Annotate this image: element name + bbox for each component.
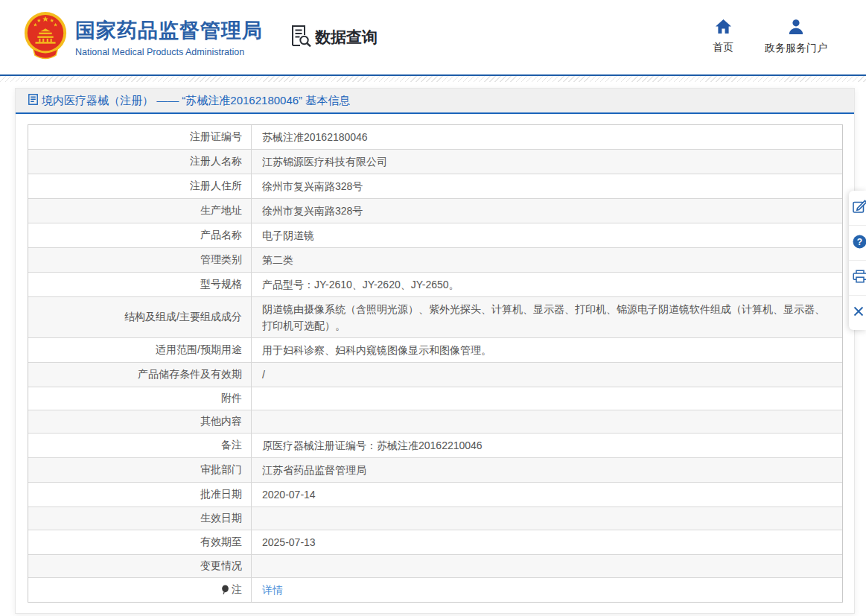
row-label: 变更情况 <box>28 555 252 577</box>
row-value <box>252 387 842 410</box>
agency-names: 国家药品监督管理局 National Medical Products Admi… <box>75 17 263 57</box>
table-row: 变更情况 <box>28 555 842 578</box>
print-button[interactable] <box>849 261 866 296</box>
row-value: 苏械注准20162180046 <box>252 125 842 149</box>
row-value: 阴道镜由摄像系统（含照明光源）、紫外光探头、计算机、显示器、打印机、锦源电子阴道… <box>252 297 842 337</box>
nav-home-label: 首页 <box>713 41 733 54</box>
registration-info-table: 注册证编号苏械注准20162180046注册人名称江苏锦源医疗科技有限公司注册人… <box>28 124 843 603</box>
help-icon: ? <box>849 235 866 252</box>
row-value: 徐州市复兴南路328号 <box>252 199 842 223</box>
table-row: 审批部门江苏省药品监督管理局 <box>28 458 842 483</box>
row-label: 生效日期 <box>28 507 252 530</box>
row-value: 江苏省药品监督管理局 <box>252 458 842 482</box>
table-row: 备注原医疗器械注册证编号：苏械注准20162210046 <box>28 434 842 458</box>
home-icon <box>716 19 731 36</box>
table-row: 注册人住所徐州市复兴南路328号 <box>28 174 842 199</box>
row-value: 产品型号：JY-2610、JY-2620、JY-2650。 <box>252 273 842 296</box>
row-value: 详情 <box>252 578 842 602</box>
table-row: 其他内容 <box>28 410 842 434</box>
row-label: 其他内容 <box>28 410 252 433</box>
page-title: 境内医疗器械（注册） —— “苏械注准20162180046” 基本信息 <box>42 94 350 108</box>
table-row: 注详情 <box>28 578 842 602</box>
row-label: 生产地址 <box>28 199 252 223</box>
nmpa-emblem-logo <box>22 10 69 64</box>
edit-icon <box>849 200 866 217</box>
data-query-module[interactable]: 数据查询 <box>291 25 378 50</box>
table-row: 产品名称电子阴道镜 <box>28 223 842 248</box>
row-label: 批准日期 <box>28 483 252 507</box>
row-label: 结构及组成/主要组成成分 <box>28 297 252 337</box>
row-value: 原医疗器械注册证编号：苏械注准20162210046 <box>252 434 842 457</box>
row-value <box>252 507 842 530</box>
row-value: 徐州市复兴南路328号 <box>252 174 842 198</box>
help-button[interactable]: ? <box>849 226 866 261</box>
table-row: 注册证编号苏械注准20162180046 <box>28 125 842 150</box>
row-label: 注册人名称 <box>28 150 252 174</box>
top-nav: 首页 政务服务门户 <box>713 19 866 55</box>
row-label: 产品储存条件及有效期 <box>28 363 252 387</box>
balloon-icon <box>221 585 229 595</box>
table-row: 适用范围/预期用途用于妇科诊察、妇科内窥镜图像显示和图像管理。 <box>28 338 842 363</box>
row-label: 型号规格 <box>28 273 252 296</box>
row-value: 第二类 <box>252 248 842 272</box>
close-button[interactable] <box>849 296 866 330</box>
table-row: 注册人名称江苏锦源医疗科技有限公司 <box>28 150 842 174</box>
table-row: 有效期至2025-07-13 <box>28 530 842 555</box>
site-header: 国家药品监督管理局 National Medical Products Admi… <box>0 0 866 74</box>
document-icon <box>28 94 38 108</box>
nav-portal[interactable]: 政务服务门户 <box>765 19 827 55</box>
close-icon <box>849 305 865 320</box>
row-label: 注册证编号 <box>28 125 252 149</box>
row-value <box>252 410 842 433</box>
nav-portal-label: 政务服务门户 <box>765 42 827 55</box>
row-value <box>252 555 842 577</box>
row-value: / <box>252 363 842 387</box>
agency-name-en: National Medical Products Administration <box>75 47 263 57</box>
content-container: 境内医疗器械（注册） —— “苏械注准20162180046” 基本信息 注册证… <box>15 88 855 614</box>
row-label: 产品名称 <box>28 223 252 247</box>
table-row: 批准日期2020-07-14 <box>28 483 842 507</box>
data-query-icon <box>291 25 311 50</box>
floating-toolbar: ? <box>849 191 866 330</box>
agency-name-zh: 国家药品监督管理局 <box>75 17 263 44</box>
table-row: 结构及组成/主要组成成分阴道镜由摄像系统（含照明光源）、紫外光探头、计算机、显示… <box>28 297 842 338</box>
row-value: 2020-07-14 <box>252 483 842 507</box>
table-row: 管理类别第二类 <box>28 248 842 273</box>
table-row: 附件 <box>28 387 842 410</box>
row-value: 2025-07-13 <box>252 530 842 554</box>
row-label: 附件 <box>28 387 252 410</box>
detail-link[interactable]: 详情 <box>262 582 283 598</box>
data-query-label: 数据查询 <box>315 27 378 48</box>
row-label: 管理类别 <box>28 248 252 272</box>
row-value: 江苏锦源医疗科技有限公司 <box>252 150 842 174</box>
row-value: 电子阴道镜 <box>252 223 842 247</box>
row-value: 用于妇科诊察、妇科内窥镜图像显示和图像管理。 <box>252 338 842 362</box>
row-label: 审批部门 <box>28 458 252 482</box>
row-label: 有效期至 <box>28 530 252 554</box>
table-row: 产品储存条件及有效期/ <box>28 363 842 387</box>
nav-home[interactable]: 首页 <box>713 19 733 55</box>
table-row: 型号规格产品型号：JY-2610、JY-2620、JY-2650。 <box>28 273 842 297</box>
print-icon <box>849 270 866 286</box>
header-hatch-band <box>0 76 866 82</box>
edit-button[interactable] <box>849 191 866 226</box>
user-icon <box>789 19 803 37</box>
breadcrumb: 境内医疗器械（注册） —— “苏械注准20162180046” 基本信息 <box>16 89 854 114</box>
row-label: 适用范围/预期用途 <box>28 338 252 362</box>
row-label: 备注 <box>28 434 252 457</box>
table-row: 生产地址徐州市复兴南路328号 <box>28 199 842 223</box>
svg-text:?: ? <box>857 236 862 247</box>
row-label: 注册人住所 <box>28 174 252 198</box>
row-label: 注 <box>28 578 252 602</box>
table-row: 生效日期 <box>28 507 842 530</box>
